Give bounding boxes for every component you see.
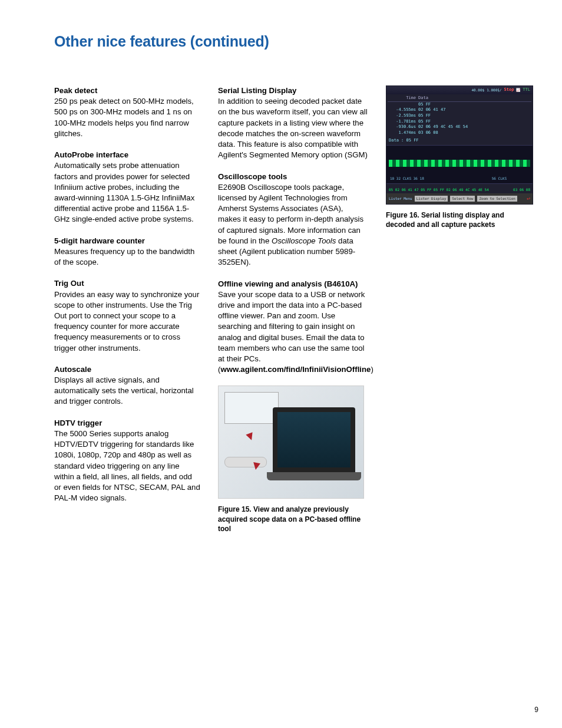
bus-signal-icon: [389, 160, 530, 167]
body-text: Displays all active signals, and automat…: [54, 375, 194, 406]
oscilloscope-icon: [224, 392, 279, 424]
heading: HDTV trigger: [54, 419, 102, 427]
column-1: Peak detect 250 ps peak detect on 500-MH…: [54, 85, 200, 533]
body-text: Provides an easy way to synchronize your…: [54, 290, 199, 353]
heading: 5-digit hardware counter: [54, 236, 145, 245]
menu-btn-select-row: Select Row: [450, 196, 475, 202]
heading: Oscilloscope tools: [218, 172, 287, 181]
scope-listing-table: Time Data 05 FF -4.555ms02 06 41 47 -2.5…: [388, 95, 531, 136]
laptop-screen-icon: [277, 412, 351, 467]
figure-15-image: [218, 386, 364, 499]
scope-trigger-icon: 📈: [516, 88, 520, 93]
menu-btn-zoom-selection: Zoom to Selection: [477, 196, 517, 202]
table-row: -2.593ms05 FF: [388, 113, 531, 119]
heading: Trig Out: [54, 279, 84, 288]
heading: AutoProbe interface: [54, 150, 128, 159]
heading: Autoscale: [54, 365, 91, 374]
body-text: Measures frequency up to the bandwidth o…: [54, 247, 194, 266]
scope-topbar: 40.00$ 1.000§/ Stop 📈 TTL: [386, 86, 533, 94]
page-number: 9: [534, 706, 538, 714]
section-offline-viewing: Offline viewing and analysis (B4610A) Sa…: [218, 279, 368, 375]
section-trig-out: Trig Out Provides an easy way to synchro…: [54, 278, 200, 354]
scope-data-label: Data : 05 FF: [389, 138, 419, 144]
back-arrow-icon: ↩: [527, 195, 530, 203]
table-row: -1.781ms05 FF: [388, 119, 531, 125]
clk-label: 56 CLKS: [492, 176, 507, 181]
body-text: The 5000 Series supports analog HDTV/EDT…: [54, 429, 200, 502]
figure-16-image: 40.00$ 1.000§/ Stop 📈 TTL Time Data 05 F…: [386, 85, 533, 205]
table-row: -930.6us02 06 49 4C 45 4E 54: [388, 124, 531, 130]
scope-ttl-label: TTL: [523, 87, 530, 93]
heading: Offline viewing and analysis (B4610A): [218, 279, 358, 288]
heading: Peak detect: [54, 86, 97, 95]
table-row: -4.555ms02 06 41 47: [388, 107, 531, 113]
section-autoscale: Autoscale Displays all active signals, a…: [54, 364, 200, 407]
section-peak-detect: Peak detect 250 ps peak detect on 500-MH…: [54, 85, 200, 139]
figure-15-caption: Figure 15. View and analyze previously a…: [218, 505, 368, 533]
col-data: Data: [418, 95, 428, 101]
scope-menu-bar: Lister Menu Lister Display Select Row Zo…: [386, 193, 533, 204]
section-hw-counter: 5-digit hardware counter Measures freque…: [54, 236, 200, 268]
figure-15: Figure 15. View and analyze previously a…: [218, 386, 368, 533]
table-row: 1.474ms03 06 08: [388, 130, 531, 136]
page-title: Other nice features (continued): [54, 33, 538, 50]
section-autoprobe: AutoProbe interface Automatically sets p…: [54, 150, 200, 225]
menu-title: Lister Menu: [389, 196, 412, 201]
scope-hex-decode: 05 02 06 41 47 05 FF 05 FF 02 06 49 4C 4…: [389, 187, 530, 192]
column-2: Serial Listing Display In addition to se…: [218, 85, 368, 533]
scope-waveform: 10 32 CLKS 36 18 56 CLKS: [386, 145, 533, 184]
heading: Serial Listing Display: [218, 86, 296, 95]
body-text: Save your scope data to a USB or network…: [218, 290, 373, 374]
laptop-icon: [273, 407, 355, 472]
body-text: E2690B Oscilloscope tools package, licen…: [218, 183, 363, 267]
section-hdtv-trigger: HDTV trigger The 5000 Series supports an…: [54, 418, 200, 504]
clk-label: 10 32 CLKS 36 18: [390, 176, 424, 181]
table-row: 05 FF: [388, 102, 531, 108]
page: Other nice features (continued) Peak det…: [0, 0, 562, 728]
body-text: 250 ps peak detect on 500-MHz models, 50…: [54, 97, 194, 138]
section-serial-listing: Serial Listing Display In addition to se…: [218, 85, 368, 161]
section-oscilloscope-tools: Oscilloscope tools E2690B Oscilloscope t…: [218, 172, 368, 268]
column-3: 40.00$ 1.000§/ Stop 📈 TTL Time Data 05 F…: [386, 85, 533, 533]
figure-16: 40.00$ 1.000§/ Stop 📈 TTL Time Data 05 F…: [386, 85, 533, 229]
scope-scale: 40.00$: [472, 88, 485, 93]
arrow-icon: [252, 463, 260, 471]
scope-stop-label: Stop: [504, 87, 514, 93]
body-text: Automatically sets probe attenuation fac…: [54, 161, 194, 223]
table-header: Time Data: [388, 95, 531, 102]
arrow-icon: [246, 433, 254, 442]
col-time: Time: [388, 95, 416, 101]
probe-icon: [224, 457, 267, 467]
hex-left: 05 02 06 41 47 05 FF 05 FF 02 06 49 4C 4…: [389, 187, 489, 192]
content-columns: Peak detect 250 ps peak detect on 500-MH…: [54, 85, 538, 533]
menu-btn-lister-display: Lister Display: [415, 196, 448, 202]
hex-right: 03 06 08: [513, 187, 530, 192]
scope-timebase: 1.000§/: [487, 88, 501, 93]
body-text: In addition to seeing decoded packet dat…: [218, 97, 368, 159]
figure-16-caption: Figure 16. Serial listing display and de…: [386, 210, 533, 229]
